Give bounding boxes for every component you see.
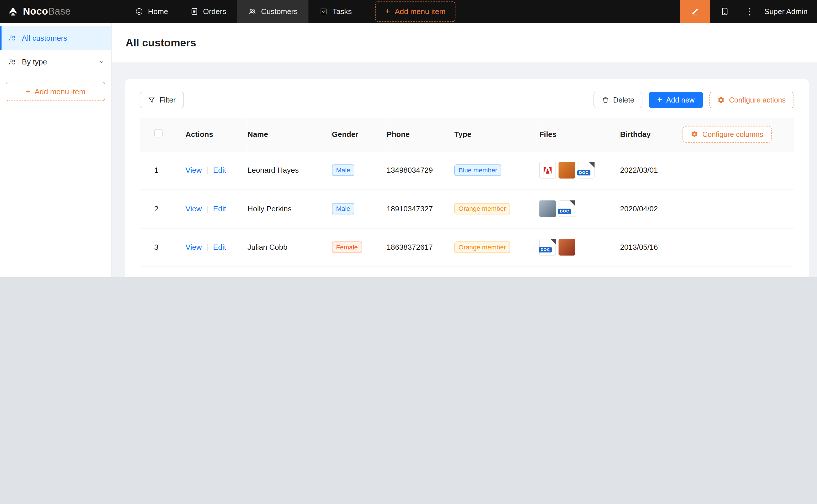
pdf-file-icon[interactable] xyxy=(539,162,556,178)
nav-item-tasks[interactable]: Tasks xyxy=(309,0,363,23)
birthday-value: 2022/03/01 xyxy=(620,166,658,174)
current-user[interactable]: Super Admin xyxy=(760,7,817,15)
row-index: 1 xyxy=(154,166,158,174)
files-cell: DOC xyxy=(539,200,616,217)
configure-columns-button[interactable]: Configure columns xyxy=(683,126,771,142)
home-icon xyxy=(135,7,143,15)
tablet-icon xyxy=(720,7,730,16)
chevron-down-icon xyxy=(99,59,105,65)
top-navbar: NocoBase Home Orders Customers Tasks + A… xyxy=(0,0,817,23)
nocobase-logo-icon xyxy=(7,6,19,17)
orders-icon xyxy=(190,7,198,15)
image-thumbnail[interactable] xyxy=(558,239,575,255)
action-separator: | xyxy=(207,204,209,213)
nav-item-home[interactable]: Home xyxy=(124,0,179,23)
gender-tag: Female xyxy=(332,241,362,253)
top-menu: Home Orders Customers Tasks xyxy=(124,0,363,23)
column-header-gender: Gender xyxy=(332,118,387,151)
member-type-tag: Orange member xyxy=(454,203,510,214)
configure-actions-button[interactable]: Configure actions xyxy=(709,92,794,108)
phone-number: 18910347327 xyxy=(387,204,433,213)
customer-name: Julian Cobb xyxy=(248,243,287,251)
more-options-button[interactable]: ⋮ xyxy=(739,0,760,23)
plus-icon: + xyxy=(385,7,390,15)
sidebar-item-by-type[interactable]: By type xyxy=(0,50,111,74)
edit-link[interactable]: Edit xyxy=(213,166,226,174)
nav-item-customers[interactable]: Customers xyxy=(237,0,309,23)
gear-icon xyxy=(691,131,698,138)
edit-link[interactable]: Edit xyxy=(213,243,226,251)
nav-right-group: ⋮ Super Admin xyxy=(680,0,817,23)
select-all-checkbox[interactable] xyxy=(154,129,162,137)
filter-button[interactable]: Filter xyxy=(139,92,184,108)
brand[interactable]: NocoBase xyxy=(0,6,111,17)
member-type-tag: Orange member xyxy=(454,241,510,253)
edit-link[interactable]: Edit xyxy=(213,204,226,213)
sidebar-item-all-customers[interactable]: All customers xyxy=(0,26,111,50)
column-header-birthday: Birthday xyxy=(620,118,683,151)
delete-button[interactable]: Delete xyxy=(593,92,643,108)
doc-file-icon[interactable]: DOC xyxy=(578,162,594,178)
doc-file-icon[interactable]: DOC xyxy=(558,200,575,217)
trash-icon xyxy=(602,96,609,103)
doc-file-icon[interactable]: DOC xyxy=(539,239,556,255)
gear-icon xyxy=(718,96,725,103)
table-row: 2 View|Edit Holly Perkins Male 189103473… xyxy=(139,190,794,228)
customers-table: Actions Name Gender Phone Type Files Bir… xyxy=(139,118,794,277)
page-title: All customers xyxy=(125,36,196,49)
action-separator: | xyxy=(207,166,209,174)
brand-noco: Noco xyxy=(23,6,48,17)
mobile-view-button[interactable] xyxy=(710,0,739,23)
brand-base: Base xyxy=(48,6,71,17)
table-row: 4 View|Edit Yvette Gross Male 1325748903… xyxy=(139,267,794,277)
ui-editor-button[interactable] xyxy=(680,0,710,23)
row-index: 2 xyxy=(154,204,158,213)
birthday-value: 2020/04/02 xyxy=(620,204,658,213)
column-header-name: Name xyxy=(248,118,332,151)
toolbar-right-group: Delete + Add new Configure actions xyxy=(593,92,794,108)
table-body: 1 View|Edit Leonard Hayes Male 134980347… xyxy=(139,151,794,277)
phone-number: 13498034729 xyxy=(387,166,433,174)
sidebar-item-label: All customers xyxy=(22,34,67,42)
view-link[interactable]: View xyxy=(185,204,202,213)
member-type-tag: Blue member xyxy=(454,164,501,176)
column-header-phone: Phone xyxy=(387,118,454,151)
gender-tag: Male xyxy=(332,203,354,214)
view-link[interactable]: View xyxy=(185,166,202,174)
plus-icon: + xyxy=(657,96,662,104)
nav-item-label: Home xyxy=(148,7,168,15)
table-header-row: Actions Name Gender Phone Type Files Bir… xyxy=(139,118,794,151)
pen-icon xyxy=(690,7,700,16)
sidebar-add-menu-item-button[interactable]: + Add menu item xyxy=(6,82,105,101)
nav-add-menu-item-button[interactable]: + Add menu item xyxy=(375,1,455,22)
customers-group-icon xyxy=(8,34,16,42)
birthday-value: 2013/05/16 xyxy=(620,243,658,251)
page-header: All customers xyxy=(112,23,817,62)
kebab-icon: ⋮ xyxy=(745,6,754,17)
customers-icon xyxy=(248,7,256,15)
plus-icon: + xyxy=(25,87,30,95)
files-cell: DOC xyxy=(539,162,616,178)
app-window: NocoBase Home Orders Customers Tasks + A… xyxy=(0,0,817,277)
row-index: 3 xyxy=(154,243,158,251)
gender-tag: Male xyxy=(332,164,354,176)
add-new-button[interactable]: + Add new xyxy=(649,92,703,108)
filter-icon xyxy=(148,96,155,103)
image-thumbnail[interactable] xyxy=(539,200,556,217)
view-link[interactable]: View xyxy=(185,243,202,251)
table-row: 1 View|Edit Leonard Hayes Male 134980347… xyxy=(139,151,794,190)
column-header-files: Files xyxy=(539,118,620,151)
column-header-actions: Actions xyxy=(185,118,248,151)
nav-item-orders[interactable]: Orders xyxy=(179,0,237,23)
customer-name: Holly Perkins xyxy=(248,204,292,213)
nav-item-label: Tasks xyxy=(333,7,352,15)
phone-number: 18638372617 xyxy=(387,243,433,251)
tasks-icon xyxy=(319,7,328,15)
files-cell: DOC xyxy=(539,239,616,255)
image-thumbnail[interactable] xyxy=(558,162,575,178)
sidebar-item-label: By type xyxy=(22,58,47,66)
column-header-type: Type xyxy=(454,118,539,151)
customer-name: Leonard Hayes xyxy=(248,166,299,174)
table-block: Filter Delete + Add new Configure action… xyxy=(125,79,809,277)
main-area: All customers Filter Delete + Add new xyxy=(112,23,817,277)
